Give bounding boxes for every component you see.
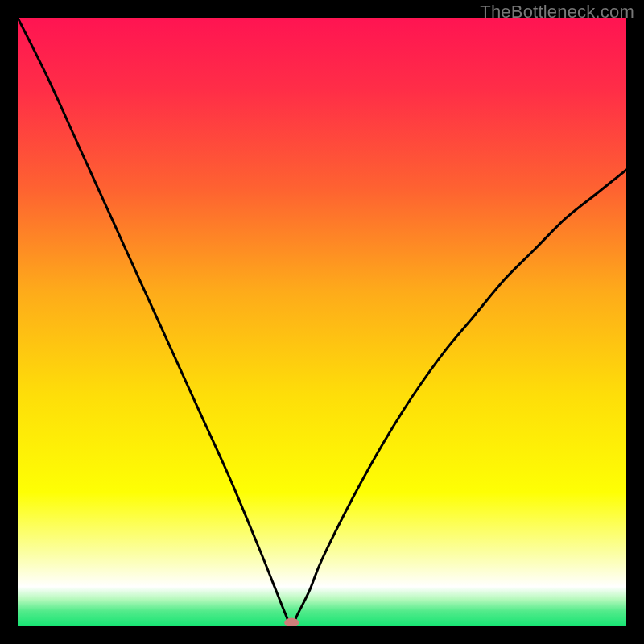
gradient-background	[18, 18, 626, 626]
chart-svg	[18, 18, 626, 626]
plot-area	[18, 18, 626, 626]
chart-frame: TheBottleneck.com	[0, 0, 644, 644]
